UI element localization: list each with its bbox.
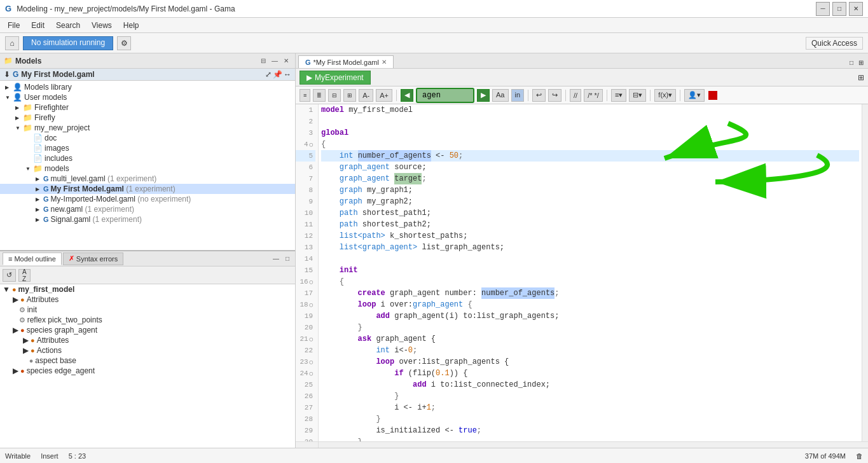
outline-item-aspect[interactable]: ● aspect base xyxy=(0,356,295,366)
find-prev-button[interactable]: ◀ xyxy=(401,89,413,102)
outline-arrow-species-attributes[interactable]: ▶ xyxy=(23,336,29,345)
find-font-larger[interactable]: A+ xyxy=(376,89,392,102)
editor-hscrollbar[interactable] xyxy=(296,441,868,448)
tree-arrow-models-library[interactable]: ▶ xyxy=(5,85,13,90)
outline-item-species-edge[interactable]: ▶ ● species edge_agent xyxy=(0,366,295,376)
sim-status-button[interactable]: No simulation running xyxy=(23,36,113,50)
outline-item-actions[interactable]: ▶ ● Actions xyxy=(0,345,295,356)
models-close-button[interactable]: ✕ xyxy=(281,56,291,66)
tree-item-images[interactable]: 📄 images xyxy=(0,143,295,153)
tab-model-outline[interactable]: ≡ Model outline xyxy=(3,252,62,265)
tree-arrow-multi-level[interactable]: ▶ xyxy=(36,176,43,182)
menu-file[interactable]: File xyxy=(3,20,25,31)
model-nav-icon[interactable]: ↔ xyxy=(284,70,291,79)
tree-item-my-first-model[interactable]: ▶ G My First Model.gaml (1 experiment) xyxy=(0,184,295,194)
tree-item-new-gaml[interactable]: ▶ G new.gaml (1 experiment) xyxy=(0,204,295,214)
menu-edit[interactable]: Edit xyxy=(26,20,50,31)
model-pin-icon[interactable]: 📌 xyxy=(273,70,282,79)
minimize-button[interactable]: ─ xyxy=(816,2,830,16)
fold-4[interactable]: ◯ xyxy=(310,141,313,148)
editor-toolbar-extra[interactable]: ⊞ xyxy=(858,73,864,82)
find-function-button[interactable]: f(x)▾ xyxy=(654,89,676,102)
bottom-panel-maximize-button[interactable]: □ xyxy=(282,254,293,264)
find-list-btn1[interactable]: ≡ xyxy=(300,89,310,102)
outline-item-species-attributes[interactable]: ▶ ● Attributes xyxy=(0,335,295,345)
menu-views[interactable]: Views xyxy=(86,20,117,31)
tree-arrow-new-gaml[interactable]: ▶ xyxy=(36,207,43,212)
tree-item-models-folder[interactable]: ▼ 📁 models xyxy=(0,163,295,174)
tree-item-models-library[interactable]: ▶ 👤 Models library xyxy=(0,82,295,92)
outline-item-root[interactable]: ▼ ● my_first_model xyxy=(0,284,295,294)
tree-item-firefighter[interactable]: ▶ 📁 Firefighter xyxy=(0,102,295,113)
outline-arrow-species-edge[interactable]: ▶ xyxy=(13,366,18,375)
tree-arrow-firefly[interactable]: ▶ xyxy=(15,115,23,121)
outline-az-button[interactable]: AZ xyxy=(18,269,31,282)
outline-arrow-root[interactable]: ▼ xyxy=(3,285,10,294)
close-button[interactable]: ✕ xyxy=(849,2,863,16)
tree-item-my-new-project[interactable]: ▼ 📁 my_new_project xyxy=(0,123,295,133)
find-comment-btn1[interactable]: // xyxy=(570,89,581,102)
outline-item-attributes[interactable]: ▶ ● Attributes xyxy=(0,294,295,305)
find-redo-button[interactable]: ↪ xyxy=(548,89,561,102)
tree-item-doc[interactable]: 📄 doc xyxy=(0,133,295,143)
hscroll-track[interactable] xyxy=(319,442,868,448)
tree-item-user-models[interactable]: ▼ 👤 User models xyxy=(0,92,295,102)
fold-18[interactable]: ◯ xyxy=(310,301,313,308)
tree-item-multi-level[interactable]: ▶ G multi_level.gaml (1 experiment) xyxy=(0,174,295,184)
tree-arrow-doc[interactable] xyxy=(25,135,33,141)
outline-arrow-aspect[interactable] xyxy=(23,356,27,365)
find-input-field[interactable] xyxy=(420,90,471,101)
code-editor[interactable]: model my_first_model global { int number… xyxy=(319,104,862,441)
editor-scrollbar[interactable] xyxy=(862,104,868,441)
find-format-button[interactable]: ≡▾ xyxy=(611,89,626,102)
fold-23[interactable]: ◯ xyxy=(310,359,313,366)
tree-arrow-models-folder[interactable]: ▼ xyxy=(25,166,33,172)
run-experiment-button[interactable]: ▶ MyExperiment xyxy=(300,71,371,85)
tab-syntax-errors[interactable]: ✗ Syntax errors xyxy=(63,252,123,265)
tree-arrow-images[interactable] xyxy=(25,146,33,151)
tree-arrow-user-models[interactable]: ▼ xyxy=(5,95,13,100)
tree-item-signal-gaml[interactable]: ▶ G Signal.gaml (1 experiment) xyxy=(0,214,295,225)
outline-arrow-actions[interactable]: ▶ xyxy=(23,346,29,355)
outline-arrow-init[interactable] xyxy=(13,305,17,314)
outline-refresh-button[interactable]: ↺ xyxy=(3,269,16,282)
models-collapse-button[interactable]: — xyxy=(270,56,280,66)
find-list-btn2[interactable]: ≣ xyxy=(313,89,326,102)
find-case-sensitive[interactable]: Aa xyxy=(492,89,508,102)
editor-tab-my-first-model[interactable]: G *My First Model.gaml ✕ xyxy=(298,55,394,68)
model-expand-icon[interactable]: ⤢ xyxy=(265,70,272,79)
outline-item-init[interactable]: ⚙ init xyxy=(0,305,295,315)
outline-item-species-graph[interactable]: ▶ ● species graph_agent xyxy=(0,325,295,335)
menu-search[interactable]: Search xyxy=(51,20,85,31)
outline-arrow-species-graph[interactable]: ▶ xyxy=(13,326,18,335)
models-panel-ctrl1[interactable]: ⊟ xyxy=(258,56,268,66)
toolbar-settings-button[interactable]: ⚙ xyxy=(117,36,131,50)
find-whole-word[interactable]: in xyxy=(511,89,525,102)
tree-item-my-imported-model[interactable]: ▶ G My-Imported-Model.gaml (no experimen… xyxy=(0,194,295,204)
fold-21[interactable]: ◯ xyxy=(310,336,313,343)
status-gc-icon[interactable]: 🗑 xyxy=(856,452,863,460)
tree-arrow-signal-gaml[interactable]: ▶ xyxy=(36,217,43,223)
maximize-button[interactable]: □ xyxy=(832,2,846,16)
find-list-btn4[interactable]: ⊞ xyxy=(343,89,356,102)
find-font-smaller[interactable]: A- xyxy=(359,89,373,102)
tree-arrow-my-new-project[interactable]: ▼ xyxy=(15,125,23,131)
tree-arrow-firefighter[interactable]: ▶ xyxy=(15,105,23,111)
editor-max-button[interactable]: ⊞ xyxy=(857,59,865,67)
quick-access-button[interactable]: Quick Access xyxy=(806,37,863,50)
find-undo-button[interactable]: ↩ xyxy=(532,89,546,102)
tree-arrow-my-first-model[interactable]: ▶ xyxy=(36,186,43,192)
find-collapse-button[interactable]: ⊟▾ xyxy=(629,89,646,102)
tree-item-firefly[interactable]: ▶ 📁 Firefly xyxy=(0,113,295,123)
tree-arrow-my-imported-model[interactable]: ▶ xyxy=(36,197,43,202)
fold-24[interactable]: ◯ xyxy=(310,370,313,377)
outline-arrow-attributes[interactable]: ▶ xyxy=(13,295,18,304)
toolbar-home-button[interactable]: ⌂ xyxy=(5,36,19,50)
bottom-panel-minimize-button[interactable]: — xyxy=(271,254,281,264)
editor-min-button[interactable]: □ xyxy=(848,59,855,67)
find-list-btn3[interactable]: ⊟ xyxy=(328,89,341,102)
tree-item-includes[interactable]: 📄 includes xyxy=(0,153,295,163)
model-download-icon[interactable]: ⬇ xyxy=(4,70,10,79)
outline-item-reflex[interactable]: ⚙ reflex pick_two_points xyxy=(0,315,295,325)
fold-16[interactable]: ◯ xyxy=(310,279,313,286)
